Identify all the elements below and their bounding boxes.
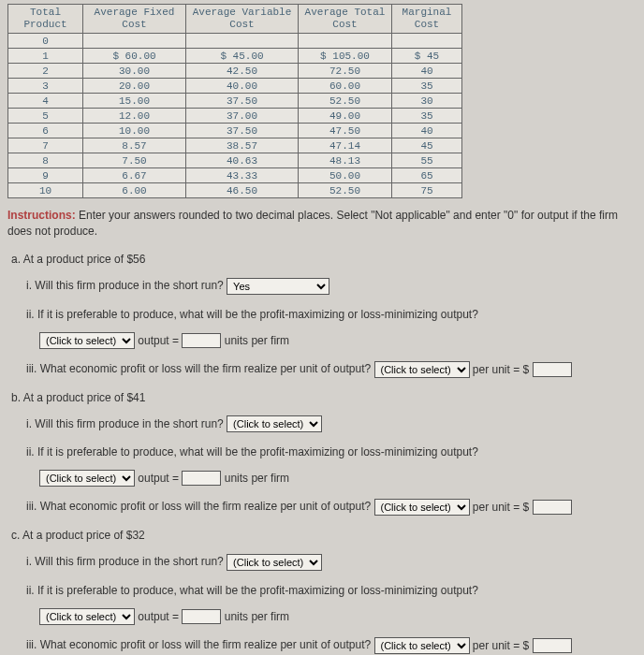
- instructions-lead: Instructions:: [7, 209, 76, 222]
- a-q1-text: i. Will this firm produce in the short r…: [26, 279, 224, 292]
- table-cell: [83, 34, 186, 49]
- table-cell: 47.14: [299, 138, 392, 153]
- table-cell: 37.50: [186, 124, 299, 138]
- part-a-title: a. At a product price of $56: [11, 253, 637, 266]
- table-row: 87.5040.6348.1355: [8, 153, 462, 168]
- table-row: 415.0037.5052.5030: [8, 94, 462, 109]
- b-q2-output-input[interactable]: [182, 471, 221, 486]
- table-cell: 52.50: [299, 183, 392, 198]
- table-cell: 52.50: [299, 94, 392, 109]
- table-cell: 12.00: [83, 109, 186, 124]
- table-cell: 40: [392, 64, 462, 79]
- table-cell: 37.50: [186, 94, 299, 109]
- table-cell: 5: [8, 109, 83, 124]
- b-q3-perunit: per unit = $: [473, 501, 529, 514]
- table-row: 320.0040.0060.0035: [8, 79, 462, 94]
- table-cell: 43.33: [186, 168, 299, 183]
- b-q1-select[interactable]: (Click to select): [227, 415, 322, 432]
- a-q2-output-input[interactable]: [182, 333, 221, 348]
- table-cell: [186, 34, 299, 49]
- instructions: Instructions: Enter your answers rounded…: [7, 208, 637, 240]
- table-cell: 30: [392, 94, 462, 109]
- c-q2-units: units per firm: [225, 610, 289, 623]
- th-atc: Average Total Cost: [299, 5, 392, 34]
- table-cell: 8: [8, 153, 83, 168]
- table-cell: 47.50: [299, 124, 392, 138]
- table-cell: 46.50: [186, 183, 299, 198]
- table-cell: 40.63: [186, 153, 299, 168]
- table-cell: 49.00: [299, 109, 392, 124]
- table-cell: 3: [8, 79, 83, 94]
- table-cell: 35: [392, 109, 462, 124]
- table-cell: 10.00: [83, 124, 186, 138]
- b-q3-select[interactable]: (Click to select): [374, 499, 470, 516]
- a-q2-output-label: output =: [138, 334, 179, 347]
- table-cell: 15.00: [83, 94, 186, 109]
- table-cell: 48.13: [299, 153, 392, 168]
- a-q3-perunit: per unit = $: [473, 363, 529, 376]
- table-cell: 4: [8, 94, 83, 109]
- table-cell: 42.50: [186, 64, 299, 79]
- table-cell: $ 45: [392, 49, 462, 64]
- b-q3-input[interactable]: [533, 500, 572, 515]
- table-cell: 38.57: [186, 138, 299, 153]
- a-q3-input[interactable]: [533, 362, 572, 377]
- table-cell: 6.00: [83, 183, 186, 198]
- cost-table: Total Product Average Fixed Cost Average…: [7, 4, 462, 198]
- a-q3-text: iii. What economic profit or loss will t…: [26, 362, 371, 375]
- th-avc: Average Variable Cost: [186, 5, 299, 34]
- c-q1-select[interactable]: (Click to select): [227, 554, 322, 571]
- table-cell: 6.67: [83, 168, 186, 183]
- table-cell: 55: [392, 153, 462, 168]
- table-cell: 0: [8, 34, 83, 49]
- table-cell: 10: [8, 183, 83, 198]
- a-q2-units: units per firm: [225, 334, 289, 347]
- c-q2-text: ii. If it is preferable to produce, what…: [26, 584, 478, 597]
- table-cell: 40: [392, 124, 462, 138]
- table-row: 0: [8, 34, 462, 49]
- table-row: 96.6743.3350.0065: [8, 168, 462, 183]
- table-cell: 9: [8, 168, 83, 183]
- part-c-title: c. At a product price of $32: [11, 529, 637, 542]
- table-cell: 60.00: [299, 79, 392, 94]
- table-row: 1$ 60.00$ 45.00$ 105.00$ 45: [8, 49, 462, 64]
- a-q3-select[interactable]: (Click to select): [374, 361, 470, 378]
- b-q2-units: units per firm: [225, 472, 289, 485]
- part-b-title: b. At a product price of $41: [11, 391, 637, 404]
- a-q2-select[interactable]: (Click to select): [39, 332, 135, 349]
- table-cell: [299, 34, 392, 49]
- table-cell: 75: [392, 183, 462, 198]
- a-q1-select[interactable]: Yes: [227, 278, 329, 295]
- table-cell: 7: [8, 138, 83, 153]
- table-cell: 35: [392, 79, 462, 94]
- table-row: 106.0046.5052.5075: [8, 183, 462, 198]
- b-q1-text: i. Will this firm produce in the short r…: [26, 417, 224, 430]
- c-q2-select[interactable]: (Click to select): [39, 608, 135, 625]
- table-cell: 45: [392, 138, 462, 153]
- instructions-text: Enter your answers rounded to two decima…: [7, 209, 618, 238]
- c-q3-text: iii. What economic profit or loss will t…: [26, 638, 371, 651]
- c-q3-perunit: per unit = $: [473, 639, 529, 652]
- c-q1-text: i. Will this firm produce in the short r…: [26, 555, 224, 568]
- c-q3-select[interactable]: (Click to select): [374, 637, 470, 654]
- table-row: 610.0037.5047.5040: [8, 124, 462, 138]
- table-row: 512.0037.0049.0035: [8, 109, 462, 124]
- a-q2-text: ii. If it is preferable to produce, what…: [26, 308, 478, 321]
- c-q3-input[interactable]: [533, 638, 572, 653]
- table-cell: 2: [8, 64, 83, 79]
- table-row: 78.5738.5747.1445: [8, 138, 462, 153]
- b-q3-text: iii. What economic profit or loss will t…: [26, 500, 371, 513]
- table-cell: [392, 34, 462, 49]
- c-q2-output-label: output =: [138, 610, 179, 623]
- th-afc: Average Fixed Cost: [83, 5, 186, 34]
- b-q2-select[interactable]: (Click to select): [39, 470, 135, 487]
- table-cell: 30.00: [83, 64, 186, 79]
- table-cell: 50.00: [299, 168, 392, 183]
- table-cell: 20.00: [83, 79, 186, 94]
- th-total-product: Total Product: [8, 5, 83, 34]
- table-cell: $ 45.00: [186, 49, 299, 64]
- th-mc: Marginal Cost: [392, 5, 462, 34]
- table-cell: 72.50: [299, 64, 392, 79]
- table-row: 230.0042.5072.5040: [8, 64, 462, 79]
- c-q2-output-input[interactable]: [182, 609, 221, 624]
